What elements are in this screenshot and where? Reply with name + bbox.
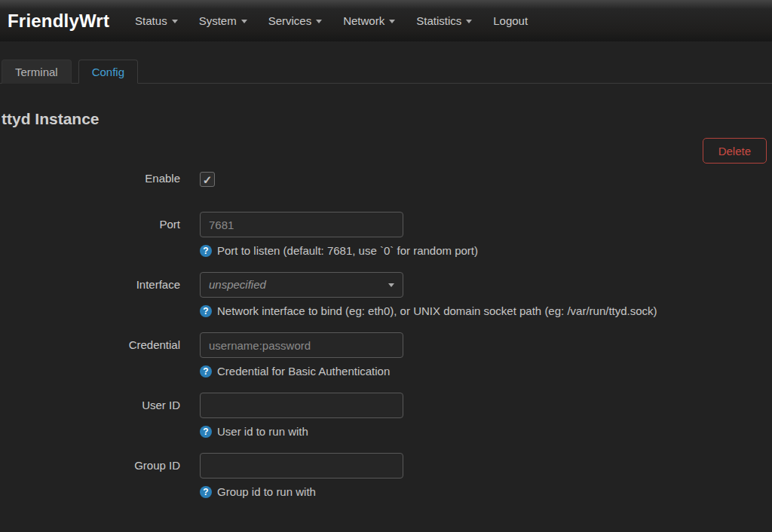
nav-logout-label: Logout (493, 14, 528, 27)
group-id-row: Group ID ? Group id to run with (2, 453, 767, 498)
interface-row: Interface unspecified ? Network interfac… (2, 272, 767, 317)
field-label-credential: Credential (2, 332, 180, 378)
actions-row: Delete (2, 138, 767, 164)
user-id-input[interactable] (200, 393, 403, 418)
field-help-interface: ? Network interface to bind (eg: eth0), … (200, 304, 657, 317)
nav-statistics[interactable]: Statistics (406, 8, 482, 33)
top-navbar: FriendlyWrt Status System Services Netwo… (0, 0, 772, 41)
nav-services-label: Services (268, 14, 312, 27)
checkmark-icon: ✓ (203, 174, 213, 185)
delete-button[interactable]: Delete (703, 138, 767, 164)
nav-status[interactable]: Status (124, 8, 188, 33)
field-label-user-id: User ID (2, 393, 180, 438)
interface-select[interactable]: unspecified (200, 272, 403, 298)
credential-row: Credential ? Credential for Basic Authen… (2, 332, 767, 378)
interface-select-value: unspecified (201, 273, 403, 297)
enable-row: Enable ✓ (2, 170, 767, 187)
page-content: ttyd Instance Delete Enable ✓ Port ? Por… (0, 110, 772, 498)
chevron-down-icon (241, 20, 247, 23)
nav-services[interactable]: Services (258, 8, 333, 33)
chevron-down-icon (172, 20, 178, 23)
nav-network-label: Network (343, 14, 384, 27)
field-label-interface: Interface (2, 272, 180, 317)
brand-logo[interactable]: FriendlyWrt (8, 11, 109, 32)
nav-statistics-label: Statistics (416, 14, 461, 27)
nav-network[interactable]: Network (332, 8, 406, 33)
help-text: Credential for Basic Authentication (217, 365, 390, 378)
field-help-user-id: ? User id to run with (200, 425, 403, 438)
tab-terminal[interactable]: Terminal (2, 60, 72, 84)
nav-status-label: Status (135, 14, 167, 27)
enable-checkbox[interactable]: ✓ (200, 172, 215, 187)
help-icon: ? (200, 486, 212, 498)
help-text: User id to run with (217, 425, 308, 438)
field-help-group-id: ? Group id to run with (200, 485, 403, 498)
field-help-port: ? Port to listen (default: 7681, use `0`… (200, 244, 478, 257)
help-text: Group id to run with (217, 485, 316, 498)
group-id-input[interactable] (200, 453, 403, 478)
credential-input[interactable] (200, 332, 403, 358)
user-id-row: User ID ? User id to run with (2, 393, 767, 438)
tab-bar: Terminal Config (0, 59, 772, 84)
tab-config[interactable]: Config (78, 60, 138, 84)
field-label-group-id: Group ID (2, 453, 180, 498)
chevron-down-icon (316, 20, 322, 23)
help-icon: ? (200, 426, 212, 438)
help-icon: ? (200, 365, 212, 378)
config-form: Enable ✓ Port ? Port to listen (default:… (2, 170, 767, 498)
port-row: Port ? Port to listen (default: 7681, us… (2, 212, 767, 257)
field-label-enable: Enable (2, 170, 180, 187)
chevron-down-icon (389, 20, 395, 23)
chevron-down-icon (388, 283, 394, 287)
nav-system-label: System (199, 14, 237, 27)
field-label-port: Port (2, 212, 180, 257)
nav-system[interactable]: System (188, 8, 258, 33)
main-menu: Status System Services Network Statistic… (124, 8, 538, 33)
chevron-down-icon (466, 20, 472, 23)
port-input[interactable] (200, 212, 403, 237)
nav-logout[interactable]: Logout (482, 8, 538, 33)
help-text: Port to listen (default: 7681, use `0` f… (217, 244, 478, 257)
help-icon: ? (200, 305, 212, 317)
field-help-credential: ? Credential for Basic Authentication (200, 365, 403, 378)
help-text: Network interface to bind (eg: eth0), or… (217, 304, 657, 317)
page-title: ttyd Instance (2, 110, 767, 128)
help-icon: ? (200, 245, 212, 257)
